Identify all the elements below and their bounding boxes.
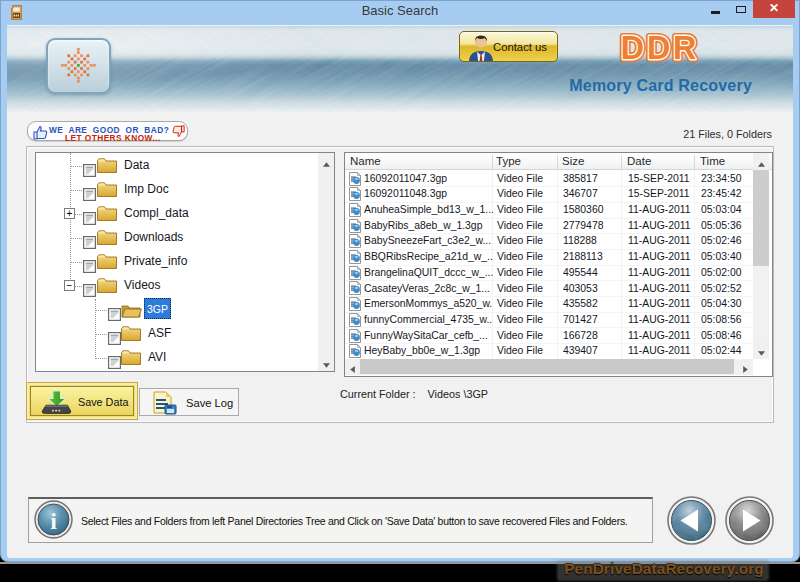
svg-text:i: i xyxy=(50,508,57,534)
svg-text:DDR: DDR xyxy=(621,30,700,66)
